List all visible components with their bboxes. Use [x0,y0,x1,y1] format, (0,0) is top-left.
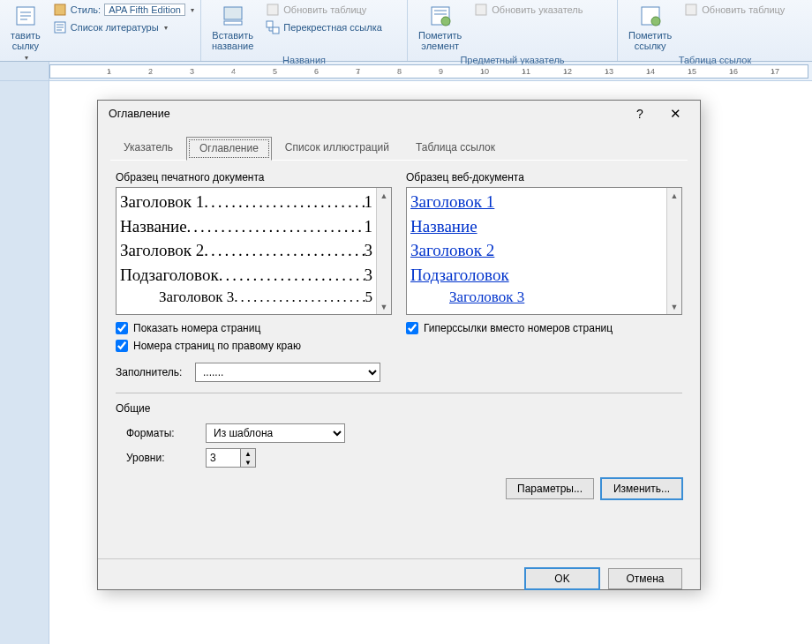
style-value: APA Fifth Edition [104,4,185,16]
mark-citation-l1: Пометить [628,30,672,41]
crossref-icon [266,20,280,34]
dialog-tab-2[interactable]: Список иллюстраций [272,136,402,160]
toc-web-link[interactable]: Заголовок 3 [449,287,524,309]
style-selector[interactable]: Стиль: APA Fifth Edition ▾ [49,2,198,18]
bibliography-icon [53,20,67,34]
caption-l1: Вставить [212,30,253,41]
caption-icon [221,4,245,28]
leader-label: Заполнитель: [116,366,188,378]
toc-print-row: Заголовок 3 .......................... 5 [120,287,372,309]
close-icon: ✕ [670,106,681,122]
general-heading: Общие [116,393,682,418]
web-preview: Заголовок 1НазваниеЗаголовок 2Подзаголов… [406,187,682,315]
mark-entry-l1: Пометить [418,30,462,41]
dialog-titlebar[interactable]: Оглавление ? ✕ [98,101,700,127]
mark-entry-button[interactable]: Пометитьэлемент [413,2,467,53]
show-pages-label: Показать номера страниц [133,322,260,334]
scroll-down-icon[interactable]: ▼ [667,299,681,314]
svg-rect-6 [267,21,273,27]
svg-rect-4 [224,21,242,25]
scroll-down-icon[interactable]: ▼ [377,299,391,314]
levels-spinner[interactable]: ▲ ▼ [206,448,256,468]
insert-citation-button[interactable]: тавить сылку ▾ [5,2,46,64]
toc-print-row: Заголовок 1 .......................... 1 [120,190,372,214]
dialog-title: Оглавление [109,108,622,120]
levels-input[interactable] [207,449,240,467]
cross-reference-button[interactable]: Перекрестная ссылка [262,19,386,35]
caption-l2: название [212,41,253,51]
mark-citation-button[interactable]: Пометитьссылку [623,2,677,53]
ribbon: тавить сылку ▾ Стиль: APA Fifth Edition … [0,0,812,62]
formats-label: Форматы: [126,427,199,439]
right-align-label: Номера страниц по правому краю [133,340,301,352]
toc-web-row: Подзаголовок [410,263,663,288]
right-align-checkbox[interactable]: Номера страниц по правому краю [116,340,392,352]
toc-web-link[interactable]: Подзаголовок [410,263,509,288]
toc-web-link[interactable]: Название [410,214,477,239]
update-table-button: Обновить таблицу [262,2,386,18]
print-preview-content: Заголовок 1 .......................... 1… [117,188,376,314]
right-align-input[interactable] [116,340,128,352]
crossref-label: Перекрестная ссылка [283,22,382,33]
insert-citation-l1: тавить [11,30,41,41]
spin-down-icon[interactable]: ▼ [241,458,255,467]
scroll-up-icon[interactable]: ▲ [377,188,391,203]
scroll-up-icon[interactable]: ▲ [667,188,681,203]
cancel-button[interactable]: Отмена [608,568,682,589]
show-page-numbers-checkbox[interactable]: Показать номера страниц [116,322,392,334]
toc-web-row: Заголовок 2 [410,238,663,263]
web-preview-scrollbar[interactable]: ▲ ▼ [666,188,681,314]
toc-web-link[interactable]: Заголовок 2 [410,238,494,263]
hyperlinks-checkbox[interactable]: Гиперссылки вместо номеров страниц [406,322,682,334]
style-label: Стиль: [71,4,101,15]
horizontal-ruler[interactable]: 123456789101112131415161718 [49,64,808,79]
mark-citation-icon [638,4,663,28]
bibliography-button[interactable]: Список литературы ▾ [49,19,198,35]
bibliography-label: Список литературы [71,22,159,33]
update-index-button: Обновить указатель [470,2,586,18]
toc-print-row: Заголовок 2 .......................... 3 [120,238,372,263]
dialog-footer: OK Отмена [98,558,700,589]
chevron-down-icon: ▾ [164,24,168,32]
svg-rect-3 [224,7,242,19]
parameters-button[interactable]: Параметры... [506,478,594,499]
hyperlinks-label: Гиперссылки вместо номеров страниц [424,322,613,334]
mark-entry-l2: элемент [421,41,459,51]
svg-rect-7 [273,27,279,34]
svg-rect-5 [267,4,278,15]
update-index-label: Обновить указатель [492,4,583,15]
close-button[interactable]: ✕ [658,102,693,125]
spin-up-icon[interactable]: ▲ [241,449,255,458]
style-icon [53,3,67,17]
help-button[interactable]: ? [622,102,658,125]
dialog-tab-3[interactable]: Таблица ссылок [402,136,508,160]
hyperlinks-input[interactable] [406,322,418,334]
chevron-down-icon: ▾ [25,54,28,62]
modify-button[interactable]: Изменить... [601,478,682,499]
web-preview-label: Образец веб-документа [406,169,682,187]
print-preview: Заголовок 1 .......................... 1… [116,187,392,315]
formats-select[interactable]: Из шаблона [206,423,345,443]
print-preview-scrollbar[interactable]: ▲ ▼ [376,188,391,314]
dialog-tabs: УказательОглавлениеСписок иллюстрацийТаб… [110,136,688,161]
dialog-tab-1[interactable]: Оглавление [186,137,272,161]
chevron-down-icon: ▾ [191,6,194,14]
dialog-tab-0[interactable]: Указатель [110,136,186,160]
toc-web-row: Заголовок 3 [410,287,663,309]
left-margin [0,81,49,644]
levels-label: Уровни: [126,452,199,464]
mark-entry-icon [428,4,453,28]
ok-button[interactable]: OK [525,568,599,589]
update-table-label: Обновить таблицу [283,4,366,15]
toc-web-row: Заголовок 1 [410,190,663,214]
svg-point-12 [651,17,660,26]
leader-select[interactable]: ....... [195,363,380,382]
web-preview-content: Заголовок 1НазваниеЗаголовок 2Подзаголов… [407,188,666,314]
svg-rect-10 [476,4,486,15]
toc-web-link[interactable]: Заголовок 1 [410,190,494,214]
toc-print-row: Подзаголовок .......................... … [120,263,372,288]
show-pages-input[interactable] [116,322,128,334]
toc-print-row: Название .......................... 1 [120,214,372,239]
toc-web-row: Название [410,214,663,239]
insert-caption-button[interactable]: Вставитьназвание [207,2,259,53]
